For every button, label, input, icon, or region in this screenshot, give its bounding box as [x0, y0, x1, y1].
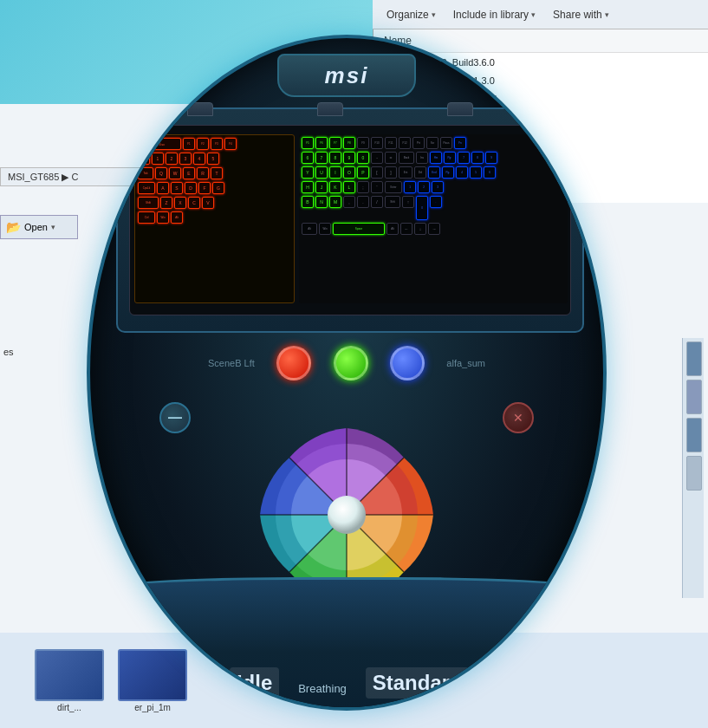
profile-left-label: SceneB Lft [208, 358, 255, 368]
include-arrow-icon: ▾ [531, 10, 536, 19]
open-icon: 📂 [6, 220, 21, 234]
keyboard-left-section: Fn Esc F1 F2 F3 F4 ~ 1 2 3 4 5 [134, 134, 295, 303]
profile-right-label: alfa_sum [446, 358, 485, 368]
share-with-button[interactable]: Share with ▾ [546, 5, 616, 24]
explorer-toolbar: Organize ▾ Include in library ▾ Share wi… [373, 0, 708, 29]
msi-keyboard-app: msi Fn Esc F1 F2 F3 F4 [69, 35, 624, 711]
share-arrow-icon: ▾ [605, 10, 609, 19]
mini-thumb [686, 418, 702, 452]
cam-clip-center [317, 102, 343, 116]
keyboard-right-section: F5 F6 F7 F8 F9 F10 F11 F12 Prt Scr Paus … [299, 134, 568, 303]
red-button[interactable] [276, 346, 311, 380]
include-library-button[interactable]: Include in library ▾ [446, 5, 542, 24]
left-nav-item[interactable]: es [3, 347, 14, 357]
open-button[interactable]: 📂 Open ▾ [0, 215, 78, 239]
mode-standard[interactable]: Standard [366, 667, 470, 699]
green-button[interactable] [334, 346, 368, 380]
keyboard-mount: Fn Esc F1 F2 F3 F4 ~ 1 2 3 4 5 [116, 107, 584, 333]
mode-ribbon: Dual Color Wave Idle Breathing Standard … [90, 577, 603, 707]
close-button[interactable]: ✕ [503, 402, 534, 433]
control-buttons: SceneB Lft alfa_sum [208, 346, 485, 380]
organize-button[interactable]: Organize ▾ [380, 5, 443, 24]
open-arrow-icon: ▾ [51, 223, 55, 231]
mode-gaming[interactable]: Gaming [481, 667, 536, 692]
msi-logo: msi [277, 54, 416, 97]
cam-clip-left [187, 102, 213, 116]
minimize-button[interactable]: — [159, 402, 191, 433]
mini-thumb [686, 341, 702, 376]
mode-idle[interactable]: Idle [230, 667, 279, 699]
cam-clip-right [447, 102, 473, 116]
mode-normal[interactable]: Normal [545, 656, 598, 686]
mini-thumb [686, 380, 702, 414]
svg-point-8 [328, 496, 366, 534]
right-panel [682, 338, 704, 598]
mini-thumb [686, 456, 702, 491]
mode-items: Dual Color Wave Idle Breathing Standard … [90, 661, 603, 699]
mode-wave[interactable]: Wave [174, 668, 218, 692]
organize-arrow-icon: ▾ [432, 10, 436, 19]
mode-breathing[interactable]: Breathing [291, 679, 354, 699]
keyboard-image: Fn Esc F1 F2 F3 F4 ~ 1 2 3 4 5 [129, 125, 571, 315]
blue-button[interactable] [390, 346, 425, 380]
msi-main-circle: msi Fn Esc F1 F2 F3 F4 [87, 35, 607, 711]
